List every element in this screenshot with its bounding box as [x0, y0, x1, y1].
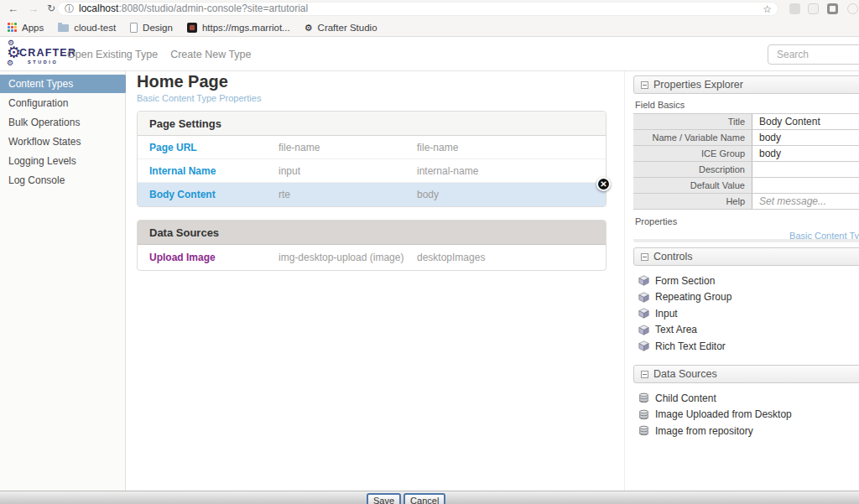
panel-title: Properties Explorer: [653, 79, 743, 91]
control-item-input[interactable]: Input: [638, 305, 859, 322]
url-bar[interactable]: ⓘ localhost:8080/studio/admin-console?si…: [57, 2, 778, 16]
extension-icon-1[interactable]: [789, 3, 800, 14]
database-icon: [638, 425, 649, 436]
crafter-favicon-icon: ⚙: [305, 23, 313, 33]
property-value-input[interactable]: body: [752, 146, 859, 161]
forward-icon[interactable]: →: [28, 2, 39, 16]
data-sources-list: Child Content Image Uploaded from Deskto…: [638, 390, 859, 439]
property-label: Help: [633, 194, 752, 209]
control-label: Input: [655, 308, 678, 320]
control-item-form-section[interactable]: Form Section: [638, 273, 859, 289]
bookmark-design[interactable]: Design: [130, 23, 173, 33]
field-name: internal-name: [417, 165, 478, 177]
database-icon: [638, 409, 649, 420]
field-row-upload-image[interactable]: Upload Image img-desktop-upload (image) …: [138, 245, 606, 270]
field-row-internal-name[interactable]: Internal Name input internal-name: [138, 159, 606, 183]
create-new-type-link[interactable]: Create New Type: [170, 49, 251, 60]
data-sources-panel-header[interactable]: Data Sources: [633, 365, 859, 383]
extension-icon-2[interactable]: [808, 3, 819, 14]
close-icon[interactable]: ✕: [596, 177, 611, 191]
control-label: Form Section: [655, 275, 715, 287]
bookmark-label: cloud-test: [74, 23, 116, 33]
bookmark-apps[interactable]: Apps: [8, 23, 44, 33]
field-name: body: [417, 189, 439, 200]
datasource-label: Child Content: [655, 392, 716, 404]
bookmark-label: https://mgs.marriot...: [202, 23, 290, 33]
bookmark-marriott[interactable]: https://mgs.marriot...: [187, 23, 290, 33]
bookmark-label: Apps: [22, 23, 44, 33]
property-value-input[interactable]: Body Content: [752, 114, 859, 129]
page-icon: [130, 23, 138, 33]
field-row-body-content[interactable]: Body Content rte body ✕: [138, 183, 606, 206]
gear-icon: ⚙: [7, 59, 13, 67]
apps-grid-icon: [8, 23, 17, 32]
collapse-icon[interactable]: [641, 253, 648, 261]
bookmark-cloud-test[interactable]: cloud-test: [58, 23, 116, 33]
section-title: Data Sources: [138, 221, 606, 245]
control-label: Text Area: [655, 324, 697, 335]
bookmark-label: Crafter Studio: [318, 23, 377, 33]
properties-explorer-header[interactable]: Properties Explorer: [633, 75, 859, 94]
datasource-label: Image Uploaded from Desktop: [655, 408, 792, 420]
search-input[interactable]: [768, 44, 859, 65]
back-icon[interactable]: ←: [8, 2, 18, 16]
page-info-icon[interactable]: ⓘ: [65, 3, 74, 15]
control-item-text-area[interactable]: Text Area: [638, 322, 859, 339]
folder-icon: [58, 24, 69, 32]
sidebar-item-content-types[interactable]: Content Types: [0, 75, 125, 93]
property-value-input[interactable]: [752, 178, 859, 193]
field-name: file-name: [417, 142, 458, 153]
field-type: img-desktop-upload (image): [279, 252, 417, 263]
property-label: Title: [633, 114, 752, 129]
extension-icon-3[interactable]: [827, 3, 838, 14]
open-existing-type-link[interactable]: Open Existing Type: [67, 49, 158, 60]
property-value-input[interactable]: Set message...: [752, 194, 859, 209]
right-panel: Properties Explorer Field Basics Title B…: [633, 71, 859, 491]
collapse-icon[interactable]: [641, 81, 648, 89]
sidebar-item-configuration[interactable]: Configuration: [0, 94, 125, 112]
bookmark-crafter-studio[interactable]: ⚙ Crafter Studio: [305, 23, 377, 33]
cube-icon: [638, 325, 649, 335]
datasource-item-image-uploaded-from-desktop[interactable]: Image Uploaded from Desktop: [638, 407, 859, 423]
control-label: Repeating Group: [655, 291, 731, 303]
datasource-item-image-from-repository[interactable]: Image from repository: [638, 423, 859, 439]
property-value-input[interactable]: [752, 162, 859, 177]
url-text: localhost:8080/studio/admin-console?site…: [79, 3, 308, 15]
database-icon: [638, 392, 649, 403]
property-row-description: Description: [633, 162, 859, 178]
field-type: input: [279, 165, 417, 177]
cancel-button[interactable]: Cancel: [403, 493, 445, 504]
panel-title: Data Sources: [653, 368, 717, 380]
collapse-icon[interactable]: [641, 371, 648, 378]
cube-icon: [638, 308, 649, 319]
content-type-properties-link[interactable]: Basic Content Type Properties: [137, 93, 261, 103]
field-basics-label: Field Basics: [635, 100, 685, 110]
crafter-logo: ⚙ ⚙ ⚙ CRAFTER STUDIO: [7, 41, 60, 68]
control-item-rich-text-editor[interactable]: Rich Text Editor: [638, 338, 859, 355]
section-title: Page Settings: [138, 112, 606, 136]
sidebar: Content Types Configuration Bulk Operati…: [0, 71, 126, 491]
controls-header[interactable]: Controls: [633, 247, 859, 266]
sidebar-item-bulk-operations[interactable]: Bulk Operations: [0, 113, 125, 132]
field-label-link[interactable]: Upload Image: [138, 252, 279, 263]
field-row-page-url[interactable]: Page URL file-name file-name: [138, 136, 606, 159]
field-label-link[interactable]: Page URL: [138, 142, 279, 153]
sidebar-item-log-console[interactable]: Log Console: [0, 171, 125, 190]
browser-toolbar: ← → ↻ ⓘ localhost:8080/studio/admin-cons…: [0, 0, 859, 18]
url-host: localhost: [79, 3, 118, 14]
control-item-repeating-group[interactable]: Repeating Group: [638, 289, 859, 306]
sidebar-item-workflow-states[interactable]: Workflow States: [0, 132, 125, 151]
datasource-item-child-content[interactable]: Child Content: [638, 390, 859, 407]
field-label-link[interactable]: Internal Name: [138, 165, 279, 177]
properties-label: Properties: [635, 216, 677, 226]
save-button[interactable]: Save: [367, 493, 401, 504]
field-type: rte: [279, 189, 417, 200]
sidebar-item-logging-levels[interactable]: Logging Levels: [0, 152, 125, 170]
studio-header: ⚙ ⚙ ⚙ CRAFTER STUDIO Open Existing Type …: [0, 37, 859, 71]
field-label-link[interactable]: Body Content: [138, 189, 279, 200]
property-value-input[interactable]: body: [752, 130, 859, 145]
property-label: Default Value: [633, 178, 752, 193]
bookmark-star-icon[interactable]: ☆: [763, 3, 772, 16]
extension-icon-4[interactable]: [847, 3, 858, 14]
reload-icon[interactable]: ↻: [47, 2, 55, 16]
